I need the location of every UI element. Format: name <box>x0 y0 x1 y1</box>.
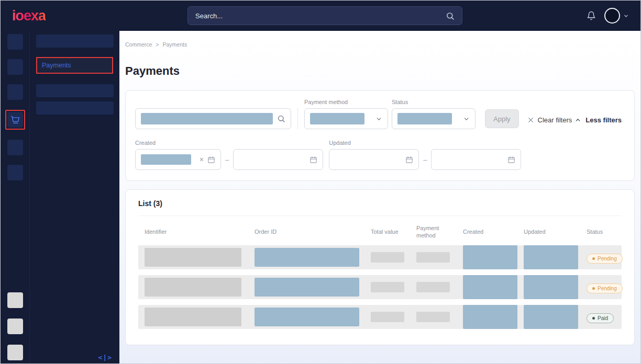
commerce-sidebar: Payments <|> <box>29 31 119 363</box>
user-menu[interactable] <box>604 8 629 24</box>
identifier-placeholder <box>145 308 241 326</box>
filters-divider <box>297 108 298 129</box>
table-row[interactable]: Paid <box>138 305 622 329</box>
status-value-placeholder <box>397 113 452 124</box>
rail-bottom-item-1[interactable] <box>7 292 23 308</box>
payments-highlight-box: Payments <box>36 57 113 74</box>
rail-item-1[interactable] <box>7 34 23 50</box>
breadcrumb: Commerce > Payments <box>125 41 635 48</box>
created-to-input[interactable] <box>233 149 323 170</box>
col-status: Status <box>587 228 622 235</box>
payment-method-placeholder <box>416 282 450 292</box>
total-value-placeholder <box>371 252 404 263</box>
status-dot-icon <box>592 257 595 260</box>
main-content: Commerce > Payments Payments Payment <box>119 31 640 363</box>
breadcrumb-commerce[interactable]: Commerce <box>125 41 152 48</box>
breadcrumb-separator: > <box>156 41 159 48</box>
calendar-icon[interactable] <box>310 156 317 164</box>
less-filters-button[interactable]: Less filters <box>574 116 625 124</box>
clear-filters-button[interactable]: Clear filters <box>527 116 572 124</box>
payment-method-field: Payment method <box>304 99 388 129</box>
rail-item-2[interactable] <box>7 59 23 75</box>
payment-method-label: Payment method <box>304 99 388 105</box>
commerce-highlight-box <box>5 110 25 130</box>
identifier-placeholder <box>145 278 241 297</box>
total-value-placeholder <box>371 282 404 292</box>
status-select[interactable] <box>392 108 476 129</box>
updated-range-separator: – <box>423 156 427 164</box>
table-row[interactable]: Pending <box>138 245 622 269</box>
updated-from-field: Updated <box>329 140 419 170</box>
notifications-bell-icon[interactable] <box>587 11 596 20</box>
order-id-placeholder <box>255 308 359 326</box>
filter-search-input[interactable] <box>135 108 291 129</box>
sidebar-item-payments[interactable]: Payments <box>37 58 113 73</box>
identifier-placeholder <box>145 248 241 267</box>
col-created: Created <box>463 228 524 235</box>
rail-item-6[interactable] <box>7 165 23 180</box>
calendar-icon[interactable] <box>207 156 215 164</box>
status-dot-icon <box>592 317 595 320</box>
less-filters-label: Less filters <box>585 116 622 124</box>
sidebar-collapse-icon[interactable]: <|> <box>98 354 112 361</box>
close-icon <box>527 117 534 123</box>
updated-placeholder <box>524 245 578 269</box>
chevron-up-icon <box>574 117 581 123</box>
topbar-right <box>587 8 629 24</box>
search-value-placeholder <box>141 113 273 124</box>
col-order-id: Order ID <box>255 228 371 235</box>
updated-placeholder <box>524 305 578 329</box>
payment-method-value-placeholder <box>310 113 364 124</box>
status-field: Status <box>392 99 476 129</box>
rail-item-3[interactable] <box>7 84 23 100</box>
list-title: List (3) <box>138 199 622 208</box>
clear-date-icon[interactable]: × <box>200 156 204 163</box>
col-payment-method: Payment method <box>416 224 463 240</box>
created-from-controls: × <box>200 156 215 164</box>
total-value-placeholder <box>371 312 404 322</box>
rail-bottom-item-2[interactable] <box>7 318 23 334</box>
order-id-placeholder <box>255 248 359 267</box>
search-icon <box>446 12 455 20</box>
app-logo[interactable]: ioexa <box>12 8 46 24</box>
sidebar-item-3[interactable] <box>36 84 114 97</box>
rail-item-5[interactable] <box>7 140 23 155</box>
created-placeholder <box>463 245 517 269</box>
status-badge: Pending <box>587 283 623 293</box>
col-updated: Updated <box>524 228 587 235</box>
status-badge: Pending <box>587 254 623 264</box>
search-icon <box>277 115 285 123</box>
calendar-icon[interactable] <box>507 156 515 164</box>
rail-item-commerce[interactable] <box>7 112 23 128</box>
table-header: Identifier Order ID Total value Payment … <box>138 224 622 240</box>
updated-to-input[interactable] <box>431 149 521 170</box>
created-placeholder <box>463 275 517 299</box>
status-label: Status <box>392 99 476 105</box>
chevron-down-icon <box>463 116 470 122</box>
sidebar-item-payments-label: Payments <box>42 62 71 69</box>
created-from-input[interactable]: × <box>135 149 221 170</box>
status-label: Pending <box>598 286 617 291</box>
page-title: Payments <box>125 64 635 78</box>
apply-button[interactable]: Apply <box>485 109 519 128</box>
sidebar-item-1[interactable] <box>36 35 114 48</box>
calendar-icon[interactable] <box>405 156 413 164</box>
avatar[interactable] <box>604 8 620 24</box>
sidebar-item-4[interactable] <box>36 101 114 115</box>
created-from-value-placeholder <box>141 154 191 165</box>
rail-bottom-item-3[interactable] <box>7 345 23 360</box>
payment-method-select[interactable] <box>304 108 388 129</box>
order-id-placeholder <box>255 278 359 297</box>
updated-from-input[interactable] <box>329 149 419 170</box>
global-search-placeholder: Search... <box>195 12 223 20</box>
icon-rail <box>1 31 29 363</box>
filters-row-1: Payment method Status <box>135 99 625 129</box>
global-search-input[interactable]: Search... <box>187 6 462 25</box>
col-total-value: Total value <box>371 228 416 235</box>
status-dot-icon <box>592 287 595 290</box>
filters-gap <box>390 108 390 129</box>
created-range-separator: – <box>225 156 229 164</box>
table-row[interactable]: Pending <box>138 275 622 299</box>
breadcrumb-payments[interactable]: Payments <box>162 41 187 48</box>
filters-row-2: Created × – <box>135 140 625 170</box>
